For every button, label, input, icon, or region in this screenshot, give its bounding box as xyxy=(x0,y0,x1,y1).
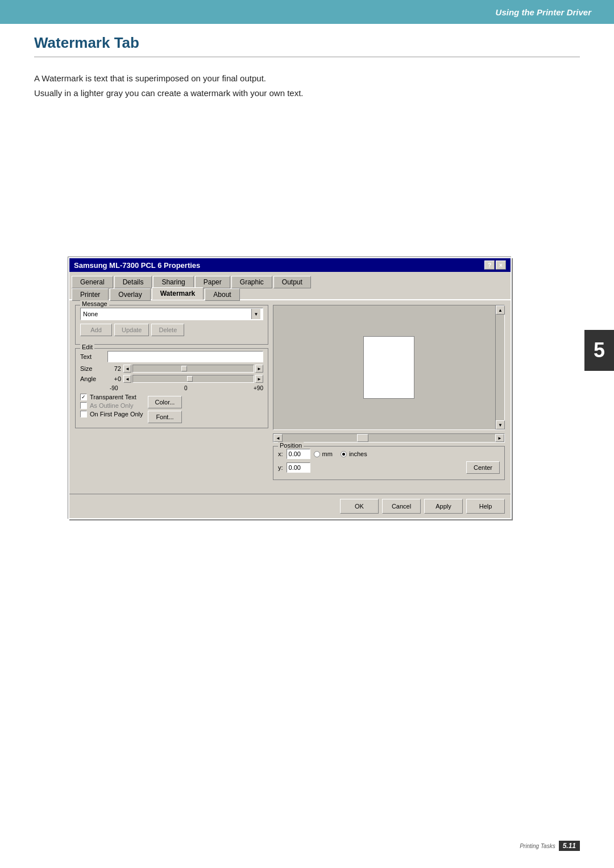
tab-output[interactable]: Output xyxy=(273,276,311,288)
left-column: Message None ▼ Add Update Delete xyxy=(75,305,268,480)
radio-mm-label: mm xyxy=(322,450,333,457)
printing-tasks-label: Printing Tasks xyxy=(520,843,555,849)
right-column: ▲ ▼ ◄ ► Posit xyxy=(273,305,505,480)
help-button[interactable]: ? xyxy=(484,261,495,270)
angle-value: +0 xyxy=(107,375,121,382)
message-dropdown-value: None xyxy=(83,311,98,317)
angle-min-label: -90 xyxy=(110,385,118,391)
radio-mm-group: mm xyxy=(314,450,333,457)
transparent-checkbox-row: Transparent Text xyxy=(80,394,143,400)
message-dropdown[interactable]: None ▼ xyxy=(80,308,263,320)
description: A Watermark is text that is superimposed… xyxy=(34,71,580,100)
firstpage-checkbox-row: On First Page Only xyxy=(80,411,143,418)
outline-checkbox[interactable] xyxy=(80,402,87,409)
tabs-row-2: Printer Overlay Watermark About xyxy=(69,287,511,299)
description-line2: Usually in a lighter gray you can create… xyxy=(34,86,580,101)
message-group: Message None ▼ Add Update Delete xyxy=(75,305,268,345)
page-footer: Printing Tasks 5.11 xyxy=(520,841,580,851)
text-field-row: Text xyxy=(80,351,263,362)
firstpage-checkbox[interactable] xyxy=(80,411,87,418)
tab-sharing[interactable]: Sharing xyxy=(153,276,193,288)
close-button[interactable]: × xyxy=(496,261,506,270)
tab-paper[interactable]: Paper xyxy=(195,276,230,288)
radio-mm[interactable] xyxy=(314,451,320,457)
angle-left-arrow[interactable]: ◄ xyxy=(123,375,131,383)
properties-dialog: Samsung ML-7300 PCL 6 Properties ? × Gen… xyxy=(68,257,512,519)
scroll-right-btn[interactable]: ► xyxy=(495,434,504,442)
outline-label: As Outline Only xyxy=(90,402,133,409)
scroll-up-btn[interactable]: ▲ xyxy=(496,305,505,315)
dialog-footer: OK Cancel Apply Help xyxy=(69,494,511,518)
tab-printer[interactable]: Printer xyxy=(72,288,109,301)
dialog-columns: Message None ▼ Add Update Delete xyxy=(75,305,505,480)
top-bar: Using the Printer Driver xyxy=(0,0,614,24)
size-slider[interactable]: ◄ ► xyxy=(123,365,263,373)
size-left-arrow[interactable]: ◄ xyxy=(123,365,131,373)
ok-button[interactable]: OK xyxy=(340,499,379,514)
preview-inner xyxy=(273,305,504,429)
description-line1: A Watermark is text that is superimposed… xyxy=(34,71,580,86)
dialog-title: Samsung ML-7300 PCL 6 Properties xyxy=(74,261,200,270)
angle-track[interactable] xyxy=(132,375,254,383)
transparent-checkbox[interactable] xyxy=(80,394,87,400)
preview-area: ▲ ▼ xyxy=(273,305,505,430)
angle-thumb[interactable] xyxy=(187,376,193,382)
dialog-body: Message None ▼ Add Update Delete xyxy=(69,299,511,494)
scroll-track[interactable] xyxy=(496,315,504,420)
tab-details[interactable]: Details xyxy=(114,276,152,288)
angle-right-arrow[interactable]: ► xyxy=(255,375,263,383)
update-button[interactable]: Update xyxy=(114,324,149,336)
side-tab-number: 5 xyxy=(584,330,614,371)
tab-graphic[interactable]: Graphic xyxy=(231,276,272,288)
tab-about[interactable]: About xyxy=(205,288,239,301)
titlebar-buttons: ? × xyxy=(484,261,506,270)
apply-button[interactable]: Apply xyxy=(424,499,463,514)
tab-general[interactable]: General xyxy=(72,276,113,288)
angle-labels: -90 0 +90 xyxy=(80,385,263,391)
tabs-row: General Details Sharing Paper Graphic Ou… xyxy=(69,272,511,287)
scroll-left-btn[interactable]: ◄ xyxy=(273,434,283,442)
dropdown-arrow-icon[interactable]: ▼ xyxy=(251,309,260,319)
angle-slider[interactable]: ◄ ► xyxy=(123,375,263,383)
page-content: Watermark Tab A Watermark is text that i… xyxy=(34,34,580,100)
pos-x-label: x: xyxy=(278,450,283,457)
edit-group: Edit Text Size 72 ◄ xyxy=(75,348,268,428)
size-thumb[interactable] xyxy=(181,366,187,371)
angle-max-label: +90 xyxy=(254,385,263,391)
text-input[interactable] xyxy=(107,351,263,362)
message-buttons: Add Update Delete xyxy=(80,324,263,336)
tab-watermark[interactable]: Watermark xyxy=(152,287,204,300)
center-button[interactable]: Center xyxy=(466,461,500,474)
pos-x-row: x: mm inches xyxy=(278,449,500,459)
angle-field-row: Angle +0 ◄ ► xyxy=(80,375,263,383)
preview-scrollbar[interactable]: ▲ ▼ xyxy=(495,305,504,429)
size-label: Size xyxy=(80,365,107,372)
preview-white-box xyxy=(363,336,414,399)
pos-x-input[interactable] xyxy=(287,449,310,459)
angle-mid-label: 0 xyxy=(184,385,188,391)
page-title: Watermark Tab xyxy=(34,34,580,57)
firstpage-label: On First Page Only xyxy=(90,411,143,418)
delete-button[interactable]: Delete xyxy=(151,324,184,336)
size-right-arrow[interactable]: ► xyxy=(255,365,263,373)
pos-y-label: y: xyxy=(278,464,283,471)
size-field-row: Size 72 ◄ ► xyxy=(80,365,263,373)
pos-y-input[interactable] xyxy=(287,462,310,473)
radio-inches[interactable] xyxy=(341,451,347,457)
pos-y-row: y: Center xyxy=(278,461,500,474)
h-scroll-thumb[interactable] xyxy=(357,434,368,442)
scroll-down-btn[interactable]: ▼ xyxy=(496,420,505,429)
position-group: Position x: mm inches xyxy=(273,446,505,480)
help-footer-button[interactable]: Help xyxy=(466,499,505,514)
tab-overlay[interactable]: Overlay xyxy=(110,288,150,301)
color-button[interactable]: Color... xyxy=(148,396,182,408)
horizontal-scrollbar[interactable]: ◄ ► xyxy=(273,433,505,443)
size-track[interactable] xyxy=(132,365,254,373)
message-group-label: Message xyxy=(80,300,109,307)
font-button[interactable]: Font... xyxy=(148,411,182,423)
cancel-button[interactable]: Cancel xyxy=(382,499,421,514)
h-scroll-track[interactable] xyxy=(283,434,495,442)
angle-label: Angle xyxy=(80,375,107,382)
edit-group-label: Edit xyxy=(80,344,94,350)
add-button[interactable]: Add xyxy=(80,324,112,336)
